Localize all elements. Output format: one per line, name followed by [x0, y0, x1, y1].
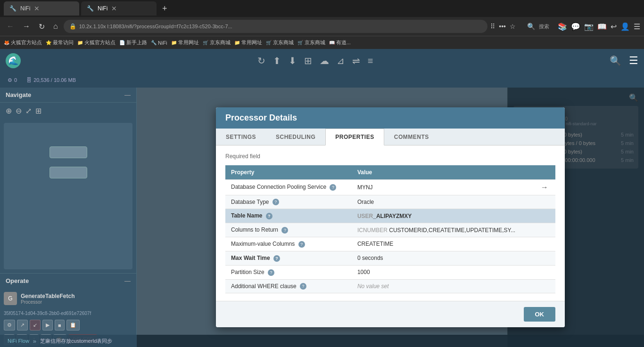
nifi-app: 🌊 ↻ ⬆ ⬇ ⊞ ☁ ⊿ ⇌ ≡ 🔍 ☰ ⚙ 0 🗄 20,536 / 10.… [0, 49, 644, 347]
forward-button[interactable]: → [20, 21, 33, 32]
back-button[interactable]: ← [4, 21, 17, 32]
enable-op-btn[interactable]: ↗ [17, 320, 28, 331]
tool-download[interactable]: ⬇ [289, 55, 297, 66]
tab-properties[interactable]: PROPERTIES [325, 129, 384, 145]
prop-value-7[interactable]: 1000 [352, 265, 535, 279]
prop-action-7 [535, 265, 555, 279]
sidebar: Navigate — ⊕ ⊖ ⤢ ⊞ Operate — [0, 88, 137, 347]
grid-icon[interactable]: ⠿ [490, 23, 495, 30]
bookmark-6[interactable]: 🛒京东商城 [203, 39, 231, 46]
prop-value-3[interactable]: USER_ALIPAYZMXY [352, 209, 535, 223]
tab-1-title: NiFi [20, 5, 30, 12]
prop-action-5 [535, 237, 555, 251]
processor-type: Processor [21, 299, 74, 305]
navigate-header: Navigate — [0, 88, 136, 103]
col-action [535, 165, 555, 180]
search-icon[interactable]: 🔍 [527, 23, 535, 30]
tool-remote[interactable]: ☁ [320, 55, 329, 66]
bookmark-4-label: NiFi [158, 40, 167, 46]
bookmark-8[interactable]: 🛒京东商城 [266, 39, 294, 46]
tool-label[interactable]: ≡ [368, 56, 373, 66]
screenshot-icon[interactable]: 📷 [584, 22, 594, 31]
refresh-button[interactable]: ↻ [36, 21, 48, 32]
zoom-out-button[interactable]: ⊖ [16, 106, 22, 115]
stop-op-btn[interactable]: ■ [55, 320, 65, 331]
global-menu-button[interactable]: ☰ [629, 55, 638, 67]
tab-2[interactable]: 🔧 NiFi ✕ [81, 1, 157, 16]
navigate-title: Navigate [6, 91, 31, 98]
home-button[interactable]: ⌂ [50, 21, 61, 32]
prop-name-6: Max Wait Time ? [225, 251, 352, 265]
chat-icon[interactable]: 💬 [571, 22, 580, 31]
back2-icon[interactable]: ↩ [611, 22, 617, 31]
tab-2-title: NiFi [98, 5, 107, 12]
prop-value-1[interactable]: MYNJ [352, 179, 535, 195]
settings-op-btn[interactable]: ⚙ [4, 320, 15, 331]
prop-name-7: Partition Size ? [225, 265, 352, 279]
help-icon-7[interactable]: ? [268, 269, 274, 276]
help-icon-6[interactable]: ? [273, 255, 280, 262]
library-icon[interactable]: 📚 [558, 22, 567, 31]
bookmark-2[interactable]: 📁火狐官方站点 [77, 39, 116, 46]
modal-overlay: Processor Details SETTINGS SCHEDULING PR… [137, 88, 644, 347]
bookmark-9-label: 京东商城 [305, 39, 325, 46]
address-bar[interactable]: 🔒 10.2x.1.10x l:18083/nifi/?processGroup… [64, 20, 488, 33]
threads-value: 0 [14, 77, 17, 83]
fit-button[interactable]: ⤢ [25, 106, 32, 115]
birdseye-button[interactable]: ⊞ [35, 106, 41, 115]
tab-1[interactable]: 🔧 NiFi ✕ [4, 1, 79, 16]
prop-value-5[interactable]: CREATETIME [352, 237, 535, 251]
search-button[interactable]: 🔍 [610, 55, 621, 66]
prop-value-4[interactable]: ICNUMBER CUSTOMERID,CREATETIME,UPDATETIM… [352, 223, 535, 237]
help-icon-1[interactable]: ? [330, 184, 336, 191]
prop-value-6[interactable]: 0 seconds [352, 251, 535, 265]
nifi-toolbar: 🌊 ↻ ⬆ ⬇ ⊞ ☁ ⊿ ⇌ ≡ 🔍 ☰ [0, 49, 644, 73]
bookmark-0[interactable]: 🦊火狐官方站点 [4, 39, 42, 46]
security-icon: 🔒 [69, 23, 76, 30]
tool-port[interactable]: ⇌ [352, 55, 360, 66]
bookmark-9[interactable]: 🛒京东商城 [297, 39, 325, 46]
table-row: Max Wait Time ? 0 seconds [225, 251, 555, 265]
new-tab-button[interactable]: + [158, 4, 171, 14]
bookmark-4[interactable]: 🔧NiFi [151, 40, 167, 46]
tab-2-close[interactable]: ✕ [111, 5, 117, 12]
bookmark-7[interactable]: 📁常用网址 [234, 39, 262, 46]
col-value: Value [352, 165, 535, 180]
table-row: Table Name ? USER_ALIPAYZMXY [225, 209, 555, 223]
zoom-in-button[interactable]: ⊕ [6, 106, 12, 115]
help-icon-4[interactable]: ? [281, 227, 288, 234]
help-icon-2[interactable]: ? [272, 199, 279, 205]
bookmark-5[interactable]: 📁常用网址 [171, 39, 199, 46]
tool-funnel[interactable]: ⊿ [337, 55, 345, 66]
bookmark-icon[interactable]: ☆ [510, 23, 516, 30]
tab-comments[interactable]: COMMENTS [384, 129, 439, 145]
bookmark-3[interactable]: 📄新手上路 [119, 39, 147, 46]
tool-template[interactable]: ⊞ [304, 55, 312, 66]
tool-refresh[interactable]: ↻ [257, 55, 265, 66]
prop-value-2[interactable]: Oracle [352, 195, 535, 209]
arrow-btn-1[interactable]: → [541, 183, 548, 191]
more-icon[interactable]: ••• [499, 23, 506, 30]
avatar-icon[interactable]: 👤 [620, 22, 630, 31]
ok-button[interactable]: OK [524, 307, 556, 322]
template-op-btn[interactable]: 📋 [66, 320, 80, 331]
tab-scheduling[interactable]: SCHEDULING [266, 129, 325, 145]
tool-upload[interactable]: ⬆ [273, 55, 281, 66]
breadcrumb-root[interactable]: NiFi Flow [8, 338, 29, 344]
bookmark-10[interactable]: 📖有道... [329, 39, 351, 46]
operate-minimize[interactable]: — [124, 277, 131, 284]
help-icon-8[interactable]: ? [300, 283, 306, 290]
bookmark-1[interactable]: ⭐最常访问 [46, 39, 74, 46]
help-icon-5[interactable]: ? [298, 241, 305, 248]
prop-value-8[interactable]: No value set [352, 279, 535, 293]
tab-1-close[interactable]: ✕ [34, 5, 40, 12]
disable-op-btn[interactable]: ↙ [30, 320, 41, 331]
navigate-minimize[interactable]: — [124, 91, 131, 98]
hamburger-icon[interactable]: ☰ [634, 22, 640, 31]
reader-icon[interactable]: 📖 [597, 22, 607, 31]
start-op-btn[interactable]: ▶ [42, 320, 53, 331]
bookmark-10-label: 有道... [336, 39, 351, 46]
tab-settings[interactable]: SETTINGS [216, 129, 266, 145]
prop-action-4 [535, 223, 555, 237]
help-icon-3[interactable]: ? [266, 213, 272, 219]
